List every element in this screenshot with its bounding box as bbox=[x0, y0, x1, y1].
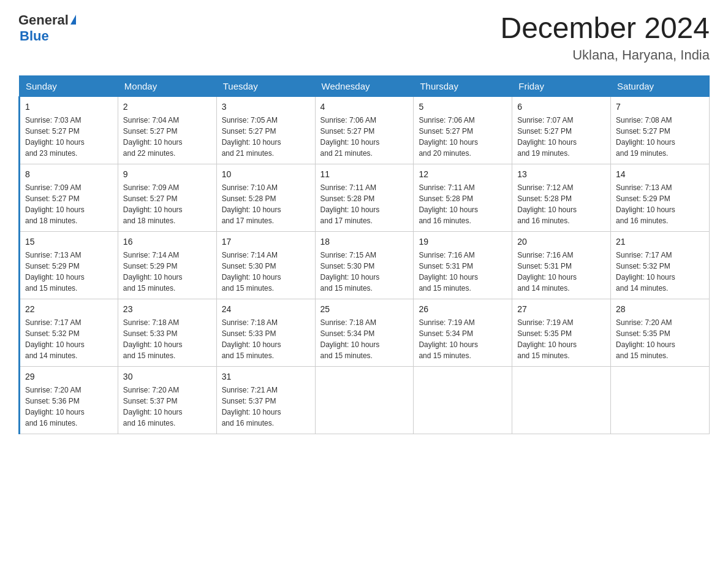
table-row: 10 Sunrise: 7:10 AM Sunset: 5:28 PM Dayl… bbox=[216, 164, 315, 231]
calendar-header-row: Sunday Monday Tuesday Wednesday Thursday… bbox=[20, 75, 710, 96]
day-info: Sunrise: 7:16 AM Sunset: 5:31 PM Dayligh… bbox=[419, 250, 507, 294]
day-number: 11 bbox=[320, 168, 409, 180]
table-row: 16 Sunrise: 7:14 AM Sunset: 5:29 PM Dayl… bbox=[118, 231, 216, 299]
table-row: 5 Sunrise: 7:06 AM Sunset: 5:27 PM Dayli… bbox=[414, 96, 512, 164]
title-section: December 2024 Uklana, Haryana, India bbox=[500, 12, 710, 63]
col-saturday: Saturday bbox=[611, 75, 710, 96]
day-number: 19 bbox=[419, 236, 507, 248]
day-number: 22 bbox=[25, 303, 113, 315]
table-row: 31 Sunrise: 7:21 AM Sunset: 5:37 PM Dayl… bbox=[216, 366, 315, 434]
col-sunday: Sunday bbox=[20, 75, 118, 96]
calendar-table: Sunday Monday Tuesday Wednesday Thursday… bbox=[18, 75, 710, 434]
day-info: Sunrise: 7:08 AM Sunset: 5:27 PM Dayligh… bbox=[616, 115, 704, 159]
day-info: Sunrise: 7:11 AM Sunset: 5:28 PM Dayligh… bbox=[320, 182, 409, 226]
col-monday: Monday bbox=[118, 75, 216, 96]
table-row bbox=[611, 366, 710, 434]
day-info: Sunrise: 7:17 AM Sunset: 5:32 PM Dayligh… bbox=[25, 317, 113, 361]
day-number: 9 bbox=[123, 168, 211, 180]
day-number: 8 bbox=[25, 168, 113, 180]
day-number: 17 bbox=[222, 236, 310, 248]
day-info: Sunrise: 7:14 AM Sunset: 5:30 PM Dayligh… bbox=[222, 250, 310, 294]
day-number: 3 bbox=[222, 101, 310, 113]
day-number: 15 bbox=[25, 236, 113, 248]
day-info: Sunrise: 7:17 AM Sunset: 5:32 PM Dayligh… bbox=[616, 250, 704, 294]
calendar-week-row: 15 Sunrise: 7:13 AM Sunset: 5:29 PM Dayl… bbox=[20, 231, 710, 299]
day-number: 6 bbox=[517, 101, 605, 113]
day-number: 23 bbox=[123, 303, 211, 315]
logo-general-text: General bbox=[18, 12, 69, 28]
day-number: 24 bbox=[222, 303, 310, 315]
table-row: 19 Sunrise: 7:16 AM Sunset: 5:31 PM Dayl… bbox=[414, 231, 512, 299]
day-info: Sunrise: 7:20 AM Sunset: 5:36 PM Dayligh… bbox=[25, 385, 113, 429]
table-row: 22 Sunrise: 7:17 AM Sunset: 5:32 PM Dayl… bbox=[20, 299, 118, 366]
table-row: 18 Sunrise: 7:15 AM Sunset: 5:30 PM Dayl… bbox=[315, 231, 414, 299]
table-row: 8 Sunrise: 7:09 AM Sunset: 5:27 PM Dayli… bbox=[20, 164, 118, 231]
day-info: Sunrise: 7:15 AM Sunset: 5:30 PM Dayligh… bbox=[320, 250, 409, 294]
day-info: Sunrise: 7:16 AM Sunset: 5:31 PM Dayligh… bbox=[517, 250, 605, 294]
table-row: 17 Sunrise: 7:14 AM Sunset: 5:30 PM Dayl… bbox=[216, 231, 315, 299]
day-info: Sunrise: 7:07 AM Sunset: 5:27 PM Dayligh… bbox=[517, 115, 605, 159]
day-info: Sunrise: 7:21 AM Sunset: 5:37 PM Dayligh… bbox=[222, 385, 310, 429]
day-info: Sunrise: 7:12 AM Sunset: 5:28 PM Dayligh… bbox=[517, 182, 605, 226]
col-tuesday: Tuesday bbox=[216, 75, 315, 96]
table-row: 6 Sunrise: 7:07 AM Sunset: 5:27 PM Dayli… bbox=[512, 96, 611, 164]
table-row: 3 Sunrise: 7:05 AM Sunset: 5:27 PM Dayli… bbox=[216, 96, 315, 164]
day-info: Sunrise: 7:18 AM Sunset: 5:33 PM Dayligh… bbox=[123, 317, 211, 361]
day-info: Sunrise: 7:03 AM Sunset: 5:27 PM Dayligh… bbox=[25, 115, 113, 159]
table-row: 21 Sunrise: 7:17 AM Sunset: 5:32 PM Dayl… bbox=[611, 231, 710, 299]
day-number: 5 bbox=[419, 101, 507, 113]
day-info: Sunrise: 7:18 AM Sunset: 5:33 PM Dayligh… bbox=[222, 317, 310, 361]
day-number: 18 bbox=[320, 236, 409, 248]
table-row: 4 Sunrise: 7:06 AM Sunset: 5:27 PM Dayli… bbox=[315, 96, 414, 164]
logo-triangle-icon bbox=[70, 15, 76, 25]
table-row: 30 Sunrise: 7:20 AM Sunset: 5:37 PM Dayl… bbox=[118, 366, 216, 434]
table-row: 25 Sunrise: 7:18 AM Sunset: 5:34 PM Dayl… bbox=[315, 299, 414, 366]
day-info: Sunrise: 7:05 AM Sunset: 5:27 PM Dayligh… bbox=[222, 115, 310, 159]
table-row: 27 Sunrise: 7:19 AM Sunset: 5:35 PM Dayl… bbox=[512, 299, 611, 366]
table-row: 14 Sunrise: 7:13 AM Sunset: 5:29 PM Dayl… bbox=[611, 164, 710, 231]
page-header: General Blue December 2024 Uklana, Harya… bbox=[18, 12, 710, 63]
day-info: Sunrise: 7:19 AM Sunset: 5:34 PM Dayligh… bbox=[419, 317, 507, 361]
logo-blue-text: Blue bbox=[20, 28, 49, 44]
table-row: 23 Sunrise: 7:18 AM Sunset: 5:33 PM Dayl… bbox=[118, 299, 216, 366]
table-row: 29 Sunrise: 7:20 AM Sunset: 5:36 PM Dayl… bbox=[20, 366, 118, 434]
day-info: Sunrise: 7:13 AM Sunset: 5:29 PM Dayligh… bbox=[25, 250, 113, 294]
calendar-week-row: 29 Sunrise: 7:20 AM Sunset: 5:36 PM Dayl… bbox=[20, 366, 710, 434]
day-number: 29 bbox=[25, 370, 113, 383]
table-row: 13 Sunrise: 7:12 AM Sunset: 5:28 PM Dayl… bbox=[512, 164, 611, 231]
day-number: 30 bbox=[123, 370, 211, 383]
day-number: 16 bbox=[123, 236, 211, 248]
calendar-week-row: 1 Sunrise: 7:03 AM Sunset: 5:27 PM Dayli… bbox=[20, 96, 710, 164]
day-info: Sunrise: 7:06 AM Sunset: 5:27 PM Dayligh… bbox=[320, 115, 409, 159]
location-subtitle: Uklana, Haryana, India bbox=[500, 47, 710, 63]
day-number: 27 bbox=[517, 303, 605, 315]
table-row: 26 Sunrise: 7:19 AM Sunset: 5:34 PM Dayl… bbox=[414, 299, 512, 366]
table-row bbox=[315, 366, 414, 434]
month-year-title: December 2024 bbox=[500, 12, 710, 45]
day-info: Sunrise: 7:10 AM Sunset: 5:28 PM Dayligh… bbox=[222, 182, 310, 226]
day-number: 7 bbox=[616, 101, 704, 113]
day-info: Sunrise: 7:04 AM Sunset: 5:27 PM Dayligh… bbox=[123, 115, 211, 159]
table-row: 7 Sunrise: 7:08 AM Sunset: 5:27 PM Dayli… bbox=[611, 96, 710, 164]
day-info: Sunrise: 7:14 AM Sunset: 5:29 PM Dayligh… bbox=[123, 250, 211, 294]
table-row: 15 Sunrise: 7:13 AM Sunset: 5:29 PM Dayl… bbox=[20, 231, 118, 299]
day-number: 13 bbox=[517, 168, 605, 180]
day-number: 26 bbox=[419, 303, 507, 315]
table-row: 20 Sunrise: 7:16 AM Sunset: 5:31 PM Dayl… bbox=[512, 231, 611, 299]
table-row: 9 Sunrise: 7:09 AM Sunset: 5:27 PM Dayli… bbox=[118, 164, 216, 231]
day-info: Sunrise: 7:11 AM Sunset: 5:28 PM Dayligh… bbox=[419, 182, 507, 226]
table-row: 1 Sunrise: 7:03 AM Sunset: 5:27 PM Dayli… bbox=[20, 96, 118, 164]
day-number: 10 bbox=[222, 168, 310, 180]
table-row: 2 Sunrise: 7:04 AM Sunset: 5:27 PM Dayli… bbox=[118, 96, 216, 164]
table-row bbox=[414, 366, 512, 434]
day-number: 2 bbox=[123, 101, 211, 113]
day-info: Sunrise: 7:19 AM Sunset: 5:35 PM Dayligh… bbox=[517, 317, 605, 361]
calendar-week-row: 8 Sunrise: 7:09 AM Sunset: 5:27 PM Dayli… bbox=[20, 164, 710, 231]
day-info: Sunrise: 7:06 AM Sunset: 5:27 PM Dayligh… bbox=[419, 115, 507, 159]
day-info: Sunrise: 7:18 AM Sunset: 5:34 PM Dayligh… bbox=[320, 317, 409, 361]
calendar-week-row: 22 Sunrise: 7:17 AM Sunset: 5:32 PM Dayl… bbox=[20, 299, 710, 366]
day-number: 25 bbox=[320, 303, 409, 315]
table-row: 28 Sunrise: 7:20 AM Sunset: 5:35 PM Dayl… bbox=[611, 299, 710, 366]
table-row bbox=[512, 366, 611, 434]
day-info: Sunrise: 7:13 AM Sunset: 5:29 PM Dayligh… bbox=[616, 182, 704, 226]
